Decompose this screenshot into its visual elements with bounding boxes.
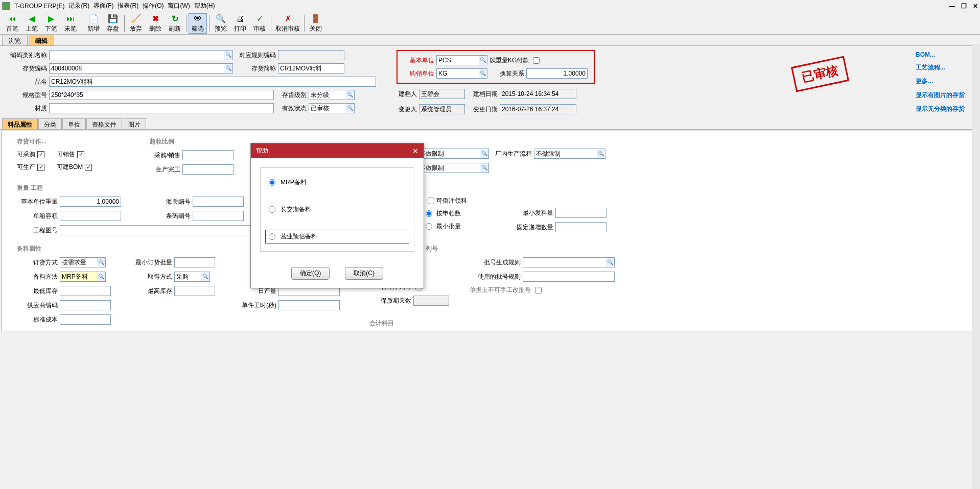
menu-record[interactable]: 记录(R) [68,2,89,10]
batch-use-input[interactable] [523,272,615,282]
restore-icon[interactable]: ❐ [961,3,967,10]
dialog-option-mrp[interactable]: MRP备料 [269,178,406,187]
first-button[interactable]: 首笔 [3,13,21,34]
dialog-close-icon[interactable]: ✕ [412,147,418,155]
unit-hours-input[interactable] [278,300,340,310]
next-button[interactable]: 下笔 [42,13,60,34]
print-button[interactable]: 打印 [231,13,249,34]
prev-button[interactable]: 上笔 [22,13,41,34]
fixed-incr-input[interactable] [555,222,606,232]
mrp-radio[interactable] [269,179,275,186]
link-show-unclass[interactable]: 显示无分类的存货 [916,105,965,113]
tab-unit[interactable]: 单位 [62,118,86,129]
box-cap-input[interactable] [60,211,121,221]
supplier-input[interactable] [60,300,111,310]
barcode-input[interactable] [193,211,244,221]
link-bom[interactable]: BOM... [916,51,965,58]
sellable-checkbox[interactable]: ✓ [77,151,84,158]
stock-code-input[interactable] [49,63,233,74]
tab-qualdoc[interactable]: 资格文件 [86,118,122,129]
unaudit-button[interactable]: 取消审核 [273,13,302,34]
tab-item-attr[interactable]: 料品属性 [2,118,38,129]
label-max-stock: 最高库存 [131,287,172,296]
prod-flow-input[interactable] [534,149,605,159]
scrollbar-vertical[interactable] [972,44,980,489]
tab-category[interactable]: 分类 [38,118,62,129]
producible-checkbox[interactable]: ✓ [37,164,44,171]
tab-picture[interactable]: 图片 [123,118,146,129]
close-icon[interactable]: ✕ [973,3,978,10]
link-process[interactable]: 工艺流程... [916,63,965,72]
min-batch-radio[interactable] [426,223,432,230]
minimize-icon[interactable]: — [949,3,955,10]
code-category-input[interactable] [49,50,233,60]
tab-edit[interactable]: 编辑 [29,35,54,45]
purchasable-checkbox[interactable]: ✓ [37,151,44,158]
lookup-icon[interactable]: 🔍 [224,64,232,73]
abandon-button[interactable]: 放弃 [127,13,145,34]
label-unit-weight: 基本单位重量 [17,198,58,206]
in-flow-input[interactable] [417,149,489,159]
menu-help[interactable]: 帮助(H) [194,2,215,10]
menu-window[interactable]: 窗口(W) [168,2,190,10]
out-flow-input[interactable] [417,163,489,173]
stock-abbr-input[interactable] [278,63,344,74]
new-button[interactable]: 新增 [84,13,103,34]
close-button[interactable]: 关闭 [307,13,325,34]
link-more[interactable]: 更多... [916,77,965,86]
dialog-option-long[interactable]: 长交期备料 [269,205,406,214]
by-req-radio[interactable] [426,210,432,217]
label-order-method: 订货方式 [17,258,58,267]
prod-complete-input[interactable] [182,164,234,175]
tab-browse[interactable]: 浏览 [2,35,28,45]
preview-button[interactable]: 预览 [212,13,230,34]
save-button[interactable]: 存盘 [104,13,122,34]
label-purchase-unit: 购销单位 [404,69,434,78]
can-reverse-checkbox[interactable] [428,198,434,204]
no-manual-checkbox[interactable] [535,287,542,294]
lookup-icon[interactable]: 🔍 [346,104,354,113]
bom-checkbox[interactable]: ✓ [85,164,92,171]
sales-radio[interactable] [269,233,275,240]
lookup-icon[interactable]: 🔍 [480,163,488,173]
lookup-icon[interactable]: 🔍 [480,149,488,158]
link-show-pic[interactable]: 显示有图片的存货 [916,91,965,100]
label-pay-by-weight: 以重量KG付款 [489,56,529,65]
dialog-ok-button[interactable]: 确定(Q) [291,267,330,280]
filter-button[interactable]: 筛选 [189,13,207,34]
lookup-icon[interactable]: 🔍 [201,272,209,281]
menu-interface[interactable]: 界面(F) [94,2,113,10]
material-input[interactable] [49,103,274,113]
audit-button[interactable]: 审核 [250,13,269,34]
std-cost-input[interactable] [60,314,111,325]
max-stock-input[interactable] [174,286,215,296]
dialog-cancel-button[interactable]: 取消(C) [345,267,383,280]
lookup-icon[interactable]: 🔍 [97,272,105,281]
purchase-sale-input[interactable] [182,150,234,160]
lookup-icon[interactable]: 🔍 [224,51,232,60]
lookup-icon[interactable]: 🔍 [606,258,614,267]
pay-by-weight-checkbox[interactable] [533,57,540,64]
min-stock-input[interactable] [60,286,111,296]
product-name-input[interactable] [49,77,376,87]
refresh-button[interactable]: 刷新 [166,13,184,34]
long-radio[interactable] [269,206,275,213]
menu-operation[interactable]: 操作(O) [143,2,164,10]
lookup-icon[interactable]: 🔍 [479,69,487,78]
lookup-icon[interactable]: 🔍 [97,258,105,267]
min-order-input[interactable] [174,257,215,267]
batch-gen-input[interactable] [523,257,615,267]
unit-weight-input[interactable] [60,197,121,207]
lookup-icon[interactable]: 🔍 [479,56,487,65]
last-button[interactable]: 末笔 [61,13,80,34]
dialog-option-sales[interactable]: 营业预估备料 [265,230,409,243]
min-issue-input[interactable] [555,208,606,218]
customs-input[interactable] [193,197,244,207]
lookup-icon[interactable]: 🔍 [597,149,605,158]
label-by-req: 按申领数 [436,209,461,218]
delete-button[interactable]: 删除 [146,13,165,34]
menu-report[interactable]: 报表(R) [118,2,138,10]
spec-input[interactable] [49,90,274,100]
convert-input[interactable] [526,68,588,79]
lookup-icon[interactable]: 🔍 [346,90,354,100]
